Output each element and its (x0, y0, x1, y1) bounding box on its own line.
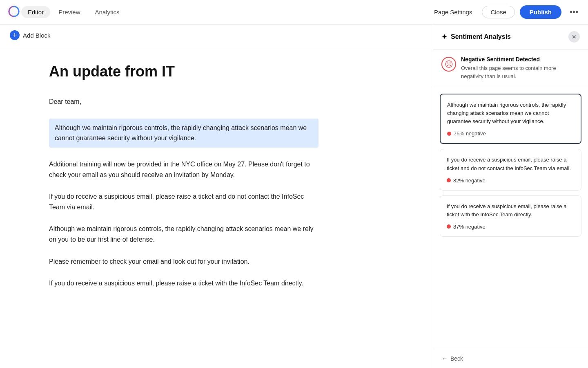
add-block-label: Add Block (23, 32, 51, 39)
sentiment-cards: Although we maintain rigorous controls, … (433, 87, 588, 349)
card-2-score: 82% negative (447, 177, 575, 184)
paragraph-5: Although we maintain rigorous controls, … (49, 224, 318, 245)
sentiment-card-1[interactable]: Although we maintain rigorous controls, … (440, 94, 581, 144)
paragraph-4: If you do receive a suspicious email, pl… (49, 191, 318, 212)
panel-footer: ← Beck (433, 349, 588, 368)
publish-button[interactable]: Publish (520, 5, 561, 19)
more-options-button[interactable]: ••• (566, 6, 581, 18)
nav-tabs: Editor Preview Analytics (21, 6, 126, 18)
panel-title-group: ✦ Sentiment Analysis (441, 32, 511, 41)
tab-analytics[interactable]: Analytics (89, 6, 126, 18)
main-layout: + Add Block An update from IT Dear team,… (0, 25, 588, 368)
alert-title: Negative Sentiment Detected (461, 56, 580, 63)
paragraph-6: Please remember to check your email and … (49, 256, 318, 267)
editor-content: An update from IT Dear team, Although we… (0, 46, 368, 325)
paragraph-7: If you do receive a suspicious email, pl… (49, 278, 318, 289)
back-arrow-icon: ← (441, 355, 448, 362)
score-dot-2 (447, 178, 451, 182)
panel-title: Sentiment Analysis (451, 33, 511, 40)
card-1-score: 75% negative (447, 130, 574, 137)
close-button[interactable]: Close (482, 6, 514, 18)
logo (7, 4, 21, 20)
alert-content: Negative Sentiment Detected Overall this… (461, 56, 580, 80)
paragraph-3: Additional training will now be provided… (49, 159, 318, 180)
article-title: An update from IT (49, 63, 318, 80)
editor-area: + Add Block An update from IT Dear team,… (0, 25, 433, 368)
add-block-button[interactable]: + Add Block (10, 30, 51, 40)
card-3-score: 87% negative (447, 224, 575, 230)
panel-close-button[interactable]: ✕ (568, 31, 580, 43)
card-1-score-label: 75% negative (454, 130, 486, 137)
sentiment-card-2[interactable]: If you do receive a suspicious email, pl… (440, 149, 581, 190)
paragraph-2-highlighted: Although we maintain rigorous controls, … (49, 119, 318, 148)
tab-editor[interactable]: Editor (21, 6, 50, 18)
panel-header: ✦ Sentiment Analysis ✕ (433, 25, 588, 49)
wand-icon: ✦ (441, 32, 448, 41)
back-button[interactable]: ← Beck (441, 355, 463, 362)
sentiment-alert: ☹ Negative Sentiment Detected Overall th… (433, 49, 588, 87)
page-settings-button[interactable]: Page Settings (429, 6, 477, 18)
right-panel: ✦ Sentiment Analysis ✕ ☹ Negative Sentim… (433, 25, 588, 368)
top-nav: Editor Preview Analytics Page Settings C… (0, 0, 588, 25)
score-dot-1 (447, 132, 451, 136)
sad-face-icon: ☹ (441, 57, 456, 72)
score-dot-3 (447, 224, 451, 229)
sentiment-card-3[interactable]: If you do receive a suspicious email, pl… (440, 195, 581, 237)
card-3-text: If you do receive a suspicious email, pl… (447, 202, 575, 219)
alert-description: Overall this page seems to contain more … (461, 64, 580, 80)
card-2-text: If you do receive a suspicious email, pl… (447, 156, 575, 172)
card-3-score-label: 87% negative (453, 224, 486, 230)
paragraph-1: Dear team, (49, 96, 318, 107)
card-1-text: Although we maintain rigorous controls, … (447, 101, 574, 126)
nav-right: Page Settings Close Publish ••• (429, 5, 581, 19)
tab-preview[interactable]: Preview (52, 6, 87, 18)
add-block-bar: + Add Block (0, 25, 433, 46)
back-label: Beck (450, 355, 463, 362)
add-icon: + (10, 30, 20, 40)
card-2-score-label: 82% negative (453, 177, 486, 184)
